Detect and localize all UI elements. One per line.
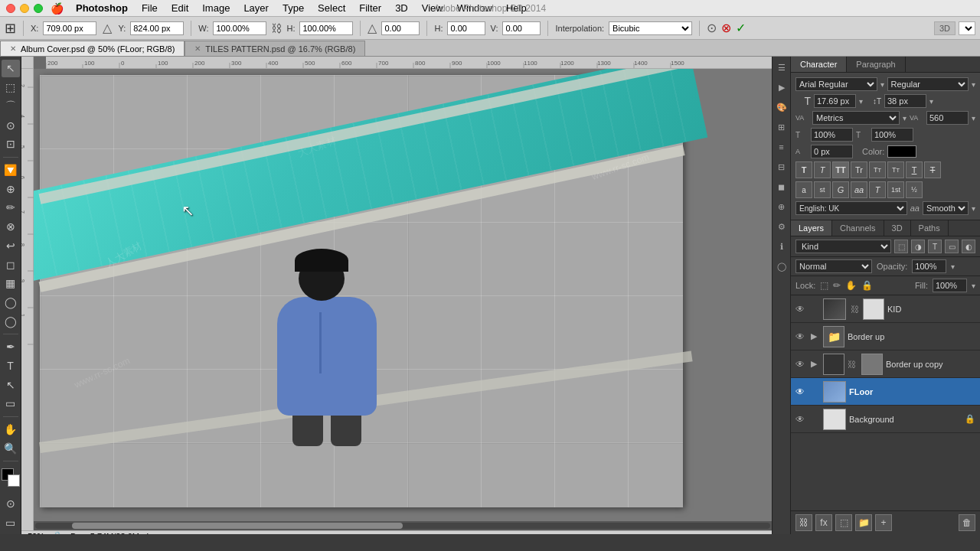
lock-move-icon[interactable]: ✋: [845, 280, 857, 291]
brush-tool[interactable]: ✏: [2, 199, 20, 217]
allcaps-button[interactable]: TT: [832, 161, 849, 178]
quick-select-tool[interactable]: ⊙: [2, 116, 20, 134]
ligature-button[interactable]: a: [795, 181, 812, 198]
baseline-input[interactable]: [811, 145, 853, 158]
interpolation-select[interactable]: Bicubic Bilinear Nearest Neighbor: [609, 21, 692, 35]
tab-close-icon-2[interactable]: ✕: [194, 44, 201, 53]
dodge-tool[interactable]: ◯: [2, 312, 20, 330]
strip-btn-9[interactable]: ⚙: [774, 219, 789, 234]
apple-menu[interactable]: 🍎: [51, 2, 64, 15]
marquee-tool[interactable]: ⬚: [2, 79, 20, 96]
smallcaps-button[interactable]: Tr: [851, 161, 867, 178]
underline-button[interactable]: T: [906, 161, 923, 178]
strip-btn-4[interactable]: ⊞: [774, 119, 789, 135]
aa-button[interactable]: aa: [851, 181, 867, 198]
eyedropper-tool[interactable]: 🔽: [2, 161, 20, 179]
hand-tool[interactable]: ✋: [2, 421, 20, 439]
tracking-input[interactable]: [926, 111, 969, 125]
lasso-tool[interactable]: ⌒: [2, 97, 20, 115]
layer-kind-select[interactable]: Kind: [795, 240, 891, 253]
view-menu[interactable]: View: [416, 1, 449, 15]
warp-icon[interactable]: ⊙: [707, 21, 717, 35]
tab-tiles-pattern[interactable]: ✕ TILES PATTERN.psd @ 16.7% (RGB/8): [185, 41, 365, 56]
lock-position-icon[interactable]: ✏: [833, 280, 841, 291]
crop-tool[interactable]: ⊡: [2, 135, 20, 153]
h2-input[interactable]: [447, 21, 485, 35]
layer-arrow-border-up-copy[interactable]: ▶: [811, 359, 820, 369]
image-menu[interactable]: Image: [196, 1, 236, 15]
eraser-tool[interactable]: ◻: [2, 256, 20, 273]
swash-button[interactable]: G: [832, 181, 849, 198]
superscript-button[interactable]: TT: [869, 161, 886, 178]
font-family-select[interactable]: Arial Regular: [795, 77, 877, 91]
layer-arrow-border-up[interactable]: ▶: [811, 331, 820, 341]
strikethrough-button[interactable]: T: [924, 161, 941, 178]
3d-menu[interactable]: 3D: [389, 1, 414, 15]
strip-btn-5[interactable]: ≡: [774, 139, 789, 155]
aa-select[interactable]: Smooth Sharp Crisp Strong: [923, 201, 969, 215]
new-layer-button[interactable]: +: [875, 514, 892, 531]
leading-input[interactable]: [884, 94, 926, 108]
w-input[interactable]: [213, 21, 266, 35]
strip-btn-8[interactable]: ⊕: [774, 199, 789, 214]
shape-tool[interactable]: ▭: [2, 395, 20, 412]
tab-album-cover[interactable]: ✕ Album Cover.psd @ 50% (FLoor; RGB/8): [0, 41, 185, 56]
tab-channels[interactable]: Channels: [832, 220, 884, 236]
delete-layer-button[interactable]: 🗑: [959, 514, 975, 531]
fill-input[interactable]: [933, 279, 967, 292]
quick-mask-button[interactable]: ⊙: [2, 495, 20, 513]
strip-btn-3[interactable]: 🎨: [774, 99, 789, 115]
horizontal-scrollbar[interactable]: [34, 521, 772, 530]
canvas-area[interactable]: 人大素材 www.rr-sc.com www.rr-sc.com 大大素材 ↖: [34, 69, 772, 530]
ordinal-button[interactable]: st: [814, 181, 831, 198]
stamp-tool[interactable]: ⊗: [2, 218, 20, 236]
scale-v-input[interactable]: [871, 128, 913, 142]
filter-type-btn[interactable]: T: [928, 240, 942, 253]
tab-character[interactable]: Character: [791, 57, 847, 72]
filter-shape-btn[interactable]: ▭: [945, 240, 959, 253]
type-menu[interactable]: Type: [276, 1, 310, 15]
tab-paragraph[interactable]: Paragraph: [847, 57, 905, 72]
fraction-button[interactable]: ½: [906, 181, 923, 198]
move-tool[interactable]: ↖: [2, 60, 20, 77]
background-color[interactable]: [8, 474, 20, 487]
3d-mode-select[interactable]: [959, 21, 975, 35]
pen-tool[interactable]: ✒: [2, 338, 20, 356]
opacity-input[interactable]: [912, 259, 946, 273]
layer-eye-border-up-copy[interactable]: 👁: [795, 359, 808, 370]
add-style-button[interactable]: fx: [815, 514, 832, 531]
healing-brush-tool[interactable]: ⊕: [2, 180, 20, 197]
subscript-button[interactable]: TT: [887, 161, 904, 178]
layer-item-background[interactable]: 👁 Background 🔒: [791, 406, 980, 433]
v-input[interactable]: [502, 21, 541, 35]
layer-menu[interactable]: Layer: [237, 1, 275, 15]
x-input[interactable]: [43, 21, 96, 35]
tab-layers[interactable]: Layers: [791, 220, 832, 236]
lock-all-icon[interactable]: 🔒: [861, 280, 873, 291]
scale-h-input[interactable]: [811, 128, 853, 142]
bold-button[interactable]: T: [795, 161, 812, 178]
layer-item-kid[interactable]: 👁 ⛓ KID: [791, 295, 980, 323]
alternate-button[interactable]: T: [869, 181, 886, 198]
y-input[interactable]: [130, 21, 184, 35]
cancel-transform-button[interactable]: ⊗: [721, 21, 731, 35]
add-mask-button[interactable]: ⬚: [835, 514, 852, 531]
close-button[interactable]: [6, 4, 15, 13]
screen-mode-button[interactable]: ▭: [2, 514, 20, 531]
layer-eye-floor[interactable]: 👁: [795, 386, 808, 397]
strip-btn-2[interactable]: ▶: [774, 80, 789, 95]
tab-3d[interactable]: 3D: [884, 220, 911, 236]
layer-eye-background[interactable]: 👁: [795, 414, 808, 425]
strip-btn-6[interactable]: ⊟: [774, 159, 789, 174]
gradient-tool[interactable]: ▦: [2, 275, 20, 292]
filter-toggle-btn[interactable]: ◐: [962, 240, 975, 253]
layer-eye-kid[interactable]: 👁: [795, 304, 808, 315]
window-menu[interactable]: Window: [451, 1, 498, 15]
blend-mode-select[interactable]: Normal Multiply Screen Overlay: [795, 259, 872, 273]
type-tool[interactable]: T: [2, 357, 20, 375]
strip-btn-10[interactable]: ℹ: [774, 239, 789, 254]
font-size-input[interactable]: [814, 94, 856, 108]
blur-tool[interactable]: ◯: [2, 294, 20, 311]
minimize-button[interactable]: [20, 4, 29, 13]
h-input[interactable]: [299, 21, 353, 35]
